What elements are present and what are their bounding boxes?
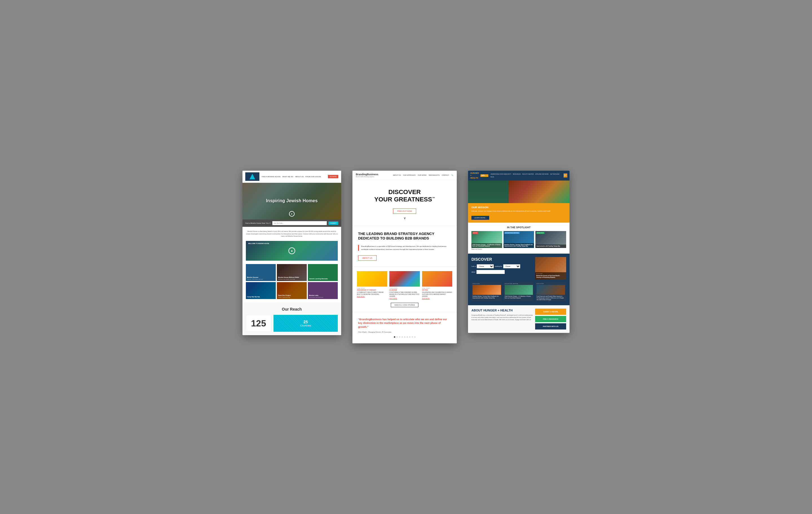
s1-search-input[interactable] <box>272 221 327 225</box>
s2-nav-contact[interactable]: CONTACT <box>442 174 449 176</box>
s2-case-company-2: VICTRA <box>422 289 452 291</box>
s1-grid-text-5: Moishe Labs Learn about new businesses <box>308 293 324 299</box>
s3-logo[interactable]: HUNGER + HEALTH feeding america <box>470 172 488 179</box>
s3-nav-recipes[interactable]: Healthy Recipes <box>522 173 534 175</box>
s1-grid-sub-4: Explore Jewish learning <box>278 297 291 298</box>
s2-about-button[interactable]: ABOUT US <box>358 255 377 261</box>
s3-learn-more-button[interactable]: LEARN MORE › <box>471 216 489 220</box>
s1-donate-button[interactable]: DONATE <box>328 175 338 178</box>
s2-hero-title: DISCOVER YOUR GREATNESS™ <box>358 188 451 204</box>
s3-spot-text-0: Child Summer Hunger – A Collection of St… <box>471 243 502 248</box>
s2-case-company-0: ANCHORUM ST. VINCENT <box>357 289 387 291</box>
s3-nav-understand[interactable]: Understand Food Insecurity <box>491 173 512 175</box>
s2-view-all-button[interactable]: VIEW ALL CASE STUDIES <box>391 303 419 307</box>
s3-i-am-select[interactable]: Choose <box>477 264 494 268</box>
s3-blog-grid: BLOG STORY Nutrition Kitchen: Turning Cl… <box>471 282 566 302</box>
s1-navbar: Find a Moishe House What We Do About Us … <box>242 171 341 183</box>
s3-featured-title: Behind the Scenes of One Food Bank's Jou… <box>536 275 565 278</box>
s3-navbar: HUNGER + HEALTH feeding america Understa… <box>468 171 570 181</box>
s2-nav-about[interactable]: ABOUT US <box>393 174 401 176</box>
s1-video-container[interactable]: WELCOME TO MOISHE HOUSE <box>246 241 338 261</box>
s1-nav-about[interactable]: About Us <box>295 176 303 178</box>
s2-nav-b2b[interactable]: B2B INSIGHTS <box>429 174 439 176</box>
s3-nav-resources[interactable]: Resources <box>513 173 521 175</box>
s1-grid-title-1: Moishe House Without Walls <box>278 276 299 278</box>
s3-looking-for-label: looking for <box>495 266 502 267</box>
s2-case-img-bg-2 <box>422 271 452 287</box>
s1-logo[interactable] <box>245 172 259 181</box>
s2-nav-links: ABOUT US OUR APPROACH OUR WORK B2B INSIG… <box>393 174 453 176</box>
s2-dot-7[interactable] <box>412 336 413 338</box>
s2-find-out-button[interactable]: FIND OUT HOW <box>393 209 416 214</box>
s1-grid-sub-5: Learn about new businesses <box>309 297 323 298</box>
s2-carousel-dots <box>358 336 451 338</box>
s3-nav-blog[interactable]: Blog <box>491 176 494 178</box>
s2-nav-work[interactable]: OUR WORK <box>418 174 427 176</box>
s1-reach-countries-number: 25 <box>303 320 308 324</box>
s3-about-title: ABOUT HUNGER + HEALTH <box>471 308 533 312</box>
s2-nav-search-icon[interactable]: 🔍 <box>452 174 453 176</box>
s2-logo-container[interactable]: BrandingBusiness Boston B2B Branding Age… <box>356 173 378 178</box>
s1-grid-item-5[interactable]: Moishe Labs Learn about new businesses <box>308 282 338 299</box>
s2-dot-5[interactable] <box>407 336 408 338</box>
s3-search-icon[interactable]: 🔍 <box>563 173 567 178</box>
s3-nav-involved[interactable]: Get Involved <box>550 173 559 175</box>
s1-grid-item-0[interactable]: Moishe Houses Connect · 145 Houses near … <box>246 264 276 281</box>
s3-discover-featured-text: BLOG STORY Behind the Scenes of One Food… <box>535 272 566 279</box>
s1-grid-item-1[interactable]: Moishe House Without Walls Build your ow… <box>277 264 307 281</box>
s2-case-read-1[interactable]: READ MORE <box>389 298 419 299</box>
s3-spot-tag-1: EDUCATIONAL MATERIAL <box>504 232 520 234</box>
s3-spot-item-0[interactable]: RECIPE Child Summer Hunger – A Collectio… <box>471 231 502 250</box>
s2-case-img-0 <box>357 271 387 287</box>
s1-grid-title-0: Moishe Houses <box>247 276 263 278</box>
s2-dot-8[interactable] <box>414 336 415 338</box>
s3-discover-row2: about <box>471 270 533 274</box>
s3-about-buttons: SUBMIT A RECIPE FIND A RESOURCE PARTNER … <box>535 308 566 329</box>
s2-dot-3[interactable] <box>402 336 403 338</box>
s3-spot-text-2: Improvements with Feeding Tampa Bay <box>535 245 566 248</box>
s3-looking-for-select[interactable]: Choose <box>503 264 520 268</box>
s2-nav-approach[interactable]: OUR APPROACH <box>403 174 415 176</box>
s3-spot-item-1[interactable]: EDUCATIONAL MATERIAL Nutrition Kitchen: … <box>503 231 534 250</box>
s2-quote-text: "BrandingBusiness has helped us to artic… <box>358 318 451 329</box>
s3-blog-title-0: Nutrition Kitchen: Turning Client Feedba… <box>472 296 501 299</box>
s3-partner-with-us-button[interactable]: PARTNER WITH US <box>535 323 566 329</box>
s3-blog-tag-2: BLOG STORY <box>536 283 565 285</box>
screen2-branding-business: BrandingBusiness Boston B2B Branding Age… <box>352 171 457 343</box>
s1-search-label: Find a Moishe House Near You ✦ <box>245 222 271 224</box>
s1-search-button[interactable]: SUBMIT <box>328 221 338 225</box>
s3-nav-explore[interactable]: Explore Our Work <box>535 173 549 175</box>
s2-hero: DISCOVER YOUR GREATNESS™ FIND OUT HOW ∨ <box>352 180 457 226</box>
s2-dot-0[interactable] <box>394 336 395 338</box>
s3-hero-food-image <box>509 181 570 203</box>
s3-submit-recipe-button[interactable]: SUBMIT A RECIPE <box>535 308 566 315</box>
screen1-moishe-house: Find a Moishe House What We Do About Us … <box>242 171 341 335</box>
s1-grid-item-2[interactable]: Jewish Learning Retreats <box>308 264 338 281</box>
s2-dot-2[interactable] <box>399 336 400 338</box>
screenshots-container: Find a Moishe House What We Do About Us … <box>226 154 586 360</box>
s3-about-input[interactable] <box>476 270 505 274</box>
s1-nav-what[interactable]: What We Do <box>282 176 293 178</box>
s2-case-read-0[interactable]: READ MORE <box>357 296 387 297</box>
s1-hero-play-button[interactable] <box>289 211 295 217</box>
s2-case-desc-2: GALVANIZING AND CELEBRATING A UNIFIED CU… <box>422 291 452 297</box>
s3-discover-featured-card[interactable]: BLOG STORY Behind the Scenes of One Food… <box>535 257 566 279</box>
s2-dot-6[interactable] <box>409 336 410 338</box>
s2-case-read-2[interactable]: READ MORE <box>422 298 452 299</box>
s3-blog-item-0[interactable]: BLOG STORY Nutrition Kitchen: Turning Cl… <box>471 282 502 302</box>
s2-case-0: CASE STUDY ANCHORUM ST. VINCENT A COMMUN… <box>357 271 387 299</box>
s2-dot-1[interactable] <box>397 336 398 338</box>
s1-grid-item-3[interactable]: Camp Nai Nai Nai <box>246 282 276 299</box>
s3-spot-item-2[interactable]: BLOG POST Improvements with Feeding Tamp… <box>535 231 566 250</box>
s1-video-play-button[interactable] <box>288 247 295 254</box>
s3-about-layout: ABOUT HUNGER + HEALTH HungerandHealth.or… <box>471 308 566 329</box>
s2-dot-4[interactable] <box>404 336 405 338</box>
s3-find-resource-button[interactable]: FIND A RESOURCE <box>535 316 566 322</box>
s1-grid-title-5: Moishe Labs <box>309 295 323 297</box>
s1-nav-find[interactable]: Find a Moishe House <box>262 176 281 178</box>
s1-nav-from[interactable]: From Our House <box>306 176 321 178</box>
s3-blog-item-1[interactable]: EDUCATIONAL MATERIAL Child Summer Hunger… <box>503 282 534 302</box>
s3-spot-tag-2: BLOG POST <box>536 232 545 234</box>
s1-grid-item-4[interactable]: Open Dor Project Explore Jewish learning <box>277 282 307 299</box>
s3-blog-item-2[interactable]: BLOG STORY Food Insecurity and Poverty R… <box>535 282 566 302</box>
